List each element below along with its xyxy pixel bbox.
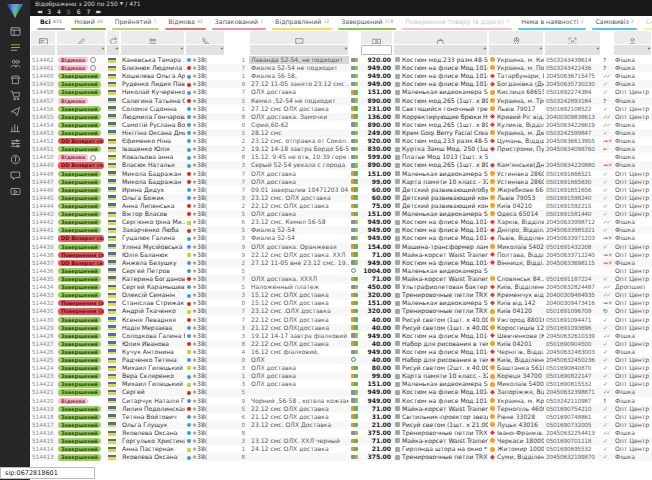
tab-4[interactable]: Запакований1 [209, 16, 269, 30]
ttn-number: 20400309484935 [544, 291, 601, 299]
order-row[interactable]: 514432Повернення (з...Станіслав Стрижак+… [30, 299, 652, 307]
sidebar-item-video[interactable] [0, 183, 30, 199]
page-6-button[interactable]: 6 [77, 8, 81, 16]
order-row[interactable]: 514428ЗавершенийСолодкова Галина В...+38… [30, 332, 652, 340]
chevron-down-icon[interactable]: ▼ [120, 0, 123, 8]
order-row[interactable]: 514461ВідмоваБлизнюк Людмила ...+38(7Фиа… [30, 64, 652, 72]
tab-underline [71, 28, 105, 30]
order-row[interactable]: 514442ЗавершенийСергієнко Іріна Ми...+38… [30, 218, 652, 226]
order-row[interactable]: 514436ЗавершенийСергей Петров+38(51004.0… [30, 267, 652, 275]
page-4-button[interactable]: 4 [57, 8, 61, 16]
order-row[interactable]: 514456ЗавершенийСоломія Сідоніна+38(127.… [30, 105, 652, 113]
first-page-button[interactable]: ◀◀ [37, 8, 41, 16]
nova-poshta-icon [490, 114, 495, 119]
tab-3[interactable]: Відмова42 [162, 16, 208, 30]
order-row[interactable]: 514417ЗавершенийОльга Глущук+38(023.12 с… [30, 421, 652, 429]
tab-0[interactable]: Всі471 [34, 16, 68, 30]
order-row[interactable]: 514455ЗавершенийЛюдмила Гончарова+38(8ОЛ… [30, 113, 652, 121]
order-row[interactable]: 514447ЗавершенийМикола Бадражан+38(7ОЛХ … [30, 178, 652, 186]
sidebar-nav [0, 23, 30, 199]
ttn-status: ✓✓ [601, 429, 613, 437]
tab-6[interactable]: Завершений278 [335, 16, 399, 30]
filter-select-mgr[interactable] [614, 45, 651, 55]
order-row[interactable]: 514452DD Возврат ск...Єфименко Ніна+38(2… [30, 137, 652, 145]
order-row[interactable]: 514420ВідмоваСитарчук Наталія Гр...+38(9… [30, 397, 652, 405]
order-row[interactable]: 514451ЗавершенийІващенко Юлія+38(219.12 … [30, 145, 652, 153]
delivery-city: Запоріжжя, Від... [488, 388, 544, 396]
order-row[interactable]: 514418ЗавершенийТетяна Войтович+38(621.1… [30, 413, 652, 421]
order-row[interactable]: 514437DD Возврат ск...Анжела Безушку+38(… [30, 259, 652, 267]
order-count: 0 [225, 421, 249, 429]
tab-8[interactable]: Нема в наявності1 [515, 16, 589, 30]
order-row[interactable]: 514454ЗавершенийСамотій Руслана Во...+38… [30, 121, 652, 129]
order-row[interactable]: 514439ЗавершенийУляна Мусійовська+38(9ОЛ… [30, 243, 652, 251]
order-row[interactable]: 514443ЗавершенийВіктор Власов+38(5ОЛХ до… [30, 210, 652, 218]
order-row[interactable]: 514413ЗавершенийЯковлева Оксана+38(8375.… [30, 453, 652, 461]
order-row[interactable]: 514422ЗавершенийМихаил Гилецький+38(3ОЛХ… [30, 380, 652, 388]
order-row[interactable]: 514453ЗавершенийНікітіна Оксана Дми...+3… [30, 129, 652, 137]
order-row[interactable]: 514450ВідмоваКовальова анна+38(815.12. 9… [30, 153, 652, 161]
main-area: Відображено з 200 по 250 ▼ / 471 ◀◀34567… [30, 0, 652, 480]
order-row[interactable]: 514433ЗавершенийОлексій Семанін+38(315.1… [30, 291, 652, 299]
kyivstar-operator-icon [187, 237, 191, 241]
topbar: Відображено з 200 по 250 ▼ / 471 ◀◀34567… [30, 0, 652, 16]
ttn-status: ✓ [601, 202, 613, 210]
order-row[interactable]: 514431Повернення (з...Андрій Ткаченко+38… [30, 307, 652, 315]
order-row[interactable]: 514419ЗавершенийЛилия Подолинская+38(522… [30, 405, 652, 413]
filter-select-ttn[interactable] [545, 45, 600, 55]
order-row[interactable]: 514445ЗавершенийОльга Божик+38(323.12 см… [30, 194, 652, 202]
tab-9[interactable]: Самовивіз2 [589, 16, 639, 30]
order-row[interactable]: 514434ЗавершенийСергей Карамышев+38(5Нал… [30, 283, 652, 291]
tab-1[interactable]: Новий48 [68, 16, 108, 30]
order-row[interactable]: 514416ЗавершенийЯковлева Оксана+38(8375.… [30, 429, 652, 437]
filter-input-price[interactable] [361, 45, 392, 55]
filter-select-phone[interactable] [186, 45, 224, 55]
order-row[interactable]: 514427ЗавершенийЮлия Иванова+38(822.12 с… [30, 340, 652, 348]
order-total: 599.00 [360, 153, 393, 161]
filter-select-city[interactable] [489, 45, 543, 55]
order-row[interactable]: 514423ЗавершенийВера Скляренко+38(1ОЛХ д… [30, 372, 652, 380]
app-logo[interactable] [6, 3, 24, 19]
order-row[interactable]: 514449DD Возврат ск...Власюк Наталья+38(… [30, 161, 652, 169]
filter-select-status[interactable] [57, 45, 105, 55]
order-row[interactable]: 514414ЗавершенийАнна Пастернак+38(124.12… [30, 445, 652, 453]
order-row[interactable]: 514459ЗавершенийРуденко Лидия Пав...+38(… [30, 80, 652, 88]
order-row[interactable]: 514458ЗавершенийНиколай Кучеренко+38(7ОЛ… [30, 88, 652, 96]
tab-10[interactable]: Сервіси0 [640, 16, 652, 30]
order-comment: 15.12 смс ОЛХ доставка [249, 299, 349, 307]
delivery-city: Богданівка (Дні... [488, 80, 544, 88]
order-id: 514456 [30, 105, 56, 113]
tab-7[interactable]: Повернення товару (в дорозі)0 [399, 16, 515, 30]
order-row[interactable]: 514421ЗавершенийСергей+38(5949.00Костюм … [30, 388, 652, 396]
page-5-button[interactable]: 5 [67, 8, 71, 16]
filter-select-comment[interactable] [250, 45, 348, 55]
order-row[interactable]: 514440DD Возврат ск...Гуцалюк Галина+38(… [30, 234, 652, 242]
order-row[interactable]: 514446ЗавершенийИрина Дидух+38(709.01 за… [30, 186, 652, 194]
order-row[interactable]: 514425ЗавершенийРадченко Тетяна+38(0ОЛХ4… [30, 356, 652, 364]
order-row[interactable]: 514438Повернення (з...Юлія Баланюк+38(92… [30, 251, 652, 259]
filter-select-id[interactable] [31, 45, 55, 55]
order-row[interactable]: 514448ЗавершенийМикола Бадражан+38(7ОЛХ … [30, 170, 652, 178]
page-7-button[interactable]: 7 [86, 8, 90, 16]
payment-type [349, 283, 360, 291]
order-row[interactable]: 514429ЗавершенийНадія Мерзаєва+38(321.12… [30, 324, 652, 332]
order-status: Завершений [56, 388, 106, 396]
order-row[interactable]: 514430ЗавершенийКсенія Левадняя+38(722.1… [30, 316, 652, 324]
product-icon [395, 244, 400, 249]
order-row[interactable]: 514426ЗавершенийКучук Антонина+38(416.12… [30, 348, 652, 356]
order-row[interactable]: 514460ЗавершенийКошелева Ольга Ар...+38(… [30, 72, 652, 80]
order-row[interactable]: 514457ВідмоваСалегина Татьяна С...+38(5К… [30, 97, 652, 105]
filter-select-flag[interactable] [107, 45, 119, 55]
order-row[interactable]: 514441ЗавершенийЗахарченко Люба+38(5Фиал… [30, 226, 652, 234]
order-row[interactable]: 514444ЗавершенийАнна Липенська+38(222.12… [30, 202, 652, 210]
tab-5[interactable]: Відправлений12 [269, 16, 335, 30]
last-page-button[interactable]: ▶▶ [96, 8, 100, 16]
order-row[interactable]: 514462ВідмоваКаневська Тамара ...+38(1Ла… [30, 56, 652, 64]
order-row[interactable]: 514424ЗавершенийМихаил Гилецький+38(3ОЛХ… [30, 364, 652, 372]
order-row[interactable]: 514415ЗавершенийГоргулько Христина...+38… [30, 437, 652, 445]
filter-select-name[interactable] [121, 45, 184, 55]
tab-2[interactable]: Прийнятий7 [109, 16, 163, 30]
order-row[interactable]: 514435ЗавершенийКатерина Богданова+38(7О… [30, 275, 652, 283]
filter-select-prod[interactable] [394, 45, 487, 55]
page-3-button[interactable]: 3 [47, 8, 51, 16]
